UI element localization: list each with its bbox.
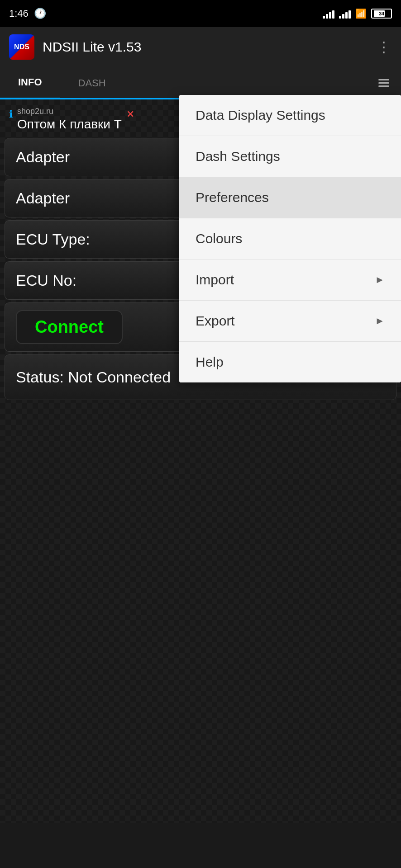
- menu-item-label: Help: [196, 354, 224, 370]
- overflow-menu-button[interactable]: ⋮: [377, 38, 392, 56]
- menu-item-label: Import: [196, 272, 234, 288]
- app-title: NDSII Lite v1.53: [43, 39, 368, 55]
- info-title: Оптом К плавки Т: [17, 117, 122, 132]
- menu-item-label: Preferences: [196, 190, 269, 205]
- signal-bar: [329, 12, 331, 19]
- ecu-no-label: ECU No:: [16, 272, 76, 289]
- close-icon[interactable]: ✕: [126, 108, 134, 120]
- menu-item-label: Data Display Settings: [196, 108, 325, 123]
- dropdown-menu: Data Display Settings Dash Settings Pref…: [179, 95, 401, 382]
- tab-info[interactable]: INFO: [0, 67, 60, 99]
- time-display: 1:46: [9, 8, 29, 19]
- connect-button[interactable]: Connect: [16, 310, 123, 344]
- battery-icon: 34: [371, 9, 392, 19]
- adapter-2-label: Adapter: [16, 189, 70, 207]
- signal-bar: [342, 14, 344, 19]
- menu-item-label: Colours: [196, 231, 242, 246]
- submenu-arrow-icon: ►: [375, 274, 385, 286]
- wifi-icon: 📶: [355, 8, 367, 19]
- info-icon: ℹ: [9, 108, 13, 120]
- signal-bar: [345, 12, 348, 19]
- signal-bar: [332, 10, 334, 19]
- signal-bar: [326, 14, 328, 19]
- tab-dash[interactable]: DASH: [60, 67, 124, 99]
- signal-bars-1: [323, 9, 334, 19]
- signal-bar: [348, 10, 351, 19]
- menu-item-help[interactable]: Help: [179, 342, 401, 382]
- signal-bars-2: [339, 9, 351, 19]
- app-logo: NDS: [9, 34, 34, 60]
- signal-bar: [323, 16, 325, 19]
- ecu-type-label: ECU Type:: [16, 231, 90, 248]
- menu-item-preferences[interactable]: Preferences: [179, 177, 401, 218]
- status-bar-left: 1:46 🕐: [9, 8, 46, 19]
- svg-rect-1: [378, 82, 389, 84]
- app-bar: NDS NDSII Lite v1.53 ⋮: [0, 27, 401, 67]
- menu-item-import[interactable]: Import ►: [179, 259, 401, 301]
- status-bar-right: 📶 34: [323, 8, 392, 19]
- info-text-block: shop2u.ru Оптом К плавки Т: [17, 107, 122, 132]
- logo-text: NDS: [14, 43, 29, 51]
- adapter-1-label: Adapter: [16, 148, 70, 165]
- svg-rect-2: [378, 85, 389, 87]
- menu-item-dash-settings[interactable]: Dash Settings: [179, 136, 401, 177]
- menu-item-export[interactable]: Export ►: [179, 301, 401, 342]
- signal-bar: [339, 16, 341, 19]
- submenu-arrow-icon: ►: [375, 315, 385, 327]
- menu-item-data-display-settings[interactable]: Data Display Settings: [179, 95, 401, 136]
- svg-rect-0: [378, 79, 389, 80]
- menu-item-label: Dash Settings: [196, 149, 280, 164]
- info-domain: shop2u.ru: [17, 107, 122, 116]
- menu-item-label: Export: [196, 313, 235, 329]
- status-bar: 1:46 🕐 📶 34: [0, 0, 401, 27]
- alarm-icon: 🕐: [34, 8, 46, 19]
- status-label: Status: Not Connected: [16, 368, 171, 386]
- battery-level: 34: [379, 11, 384, 16]
- tab-menu-icon[interactable]: [367, 67, 401, 98]
- menu-item-colours[interactable]: Colours: [179, 218, 401, 259]
